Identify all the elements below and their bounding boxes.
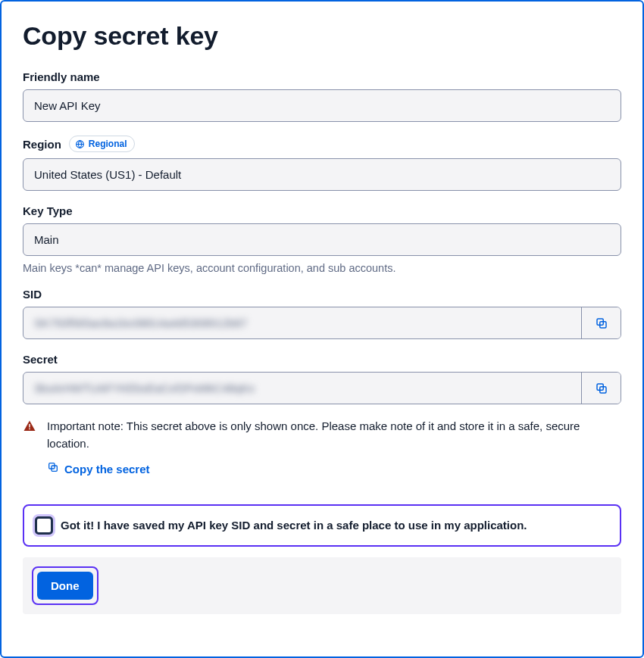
sid-value[interactable]: SK750f565ac8a1bc08814a4d5308912b87 [23, 307, 581, 338]
globe-icon [75, 139, 85, 149]
sid-label: SID [23, 288, 621, 301]
important-note-text: Important note: This secret above is onl… [47, 418, 621, 452]
region-field: Region Regional United States (US1) - De… [23, 136, 621, 191]
copy-secret-key-dialog: Copy secret key Friendly name New API Ke… [0, 0, 644, 658]
key-type-field: Key Type Main Main keys *can* manage API… [23, 204, 621, 274]
key-type-helper: Main keys *can* manage API keys, account… [23, 262, 621, 274]
key-type-label: Key Type [23, 204, 621, 217]
regional-badge: Regional [69, 136, 135, 152]
acknowledgement-label: Got it! I have saved my API key SID and … [61, 519, 527, 532]
done-button[interactable]: Done [37, 572, 93, 600]
secret-group: 3bsArHWTUAFYKEbsEaCof2PoMkC48qKx [23, 372, 621, 404]
important-note: Important note: This secret above is onl… [23, 418, 621, 479]
region-label: Region [23, 138, 61, 151]
warning-icon [23, 418, 36, 479]
acknowledgement-box[interactable]: Got it! I have saved my API key SID and … [23, 504, 621, 547]
copy-icon [47, 461, 59, 479]
region-input[interactable]: United States (US1) - Default [23, 158, 621, 191]
acknowledgement-checkbox[interactable] [35, 516, 53, 535]
done-button-focus-ring: Done [32, 566, 98, 605]
copy-icon [595, 382, 608, 395]
sid-group: SK750f565ac8a1bc08814a4d5308912b87 [23, 307, 621, 339]
copy-secret-button[interactable] [581, 373, 621, 404]
secret-field: Secret 3bsArHWTUAFYKEbsEaCof2PoMkC48qKx [23, 353, 621, 404]
secret-value[interactable]: 3bsArHWTUAFYKEbsEaCof2PoMkC48qKx [23, 373, 581, 404]
svg-rect-6 [29, 429, 30, 430]
svg-rect-5 [29, 424, 30, 428]
key-type-input[interactable]: Main [23, 223, 621, 256]
copy-icon [595, 317, 608, 330]
secret-label: Secret [23, 353, 621, 366]
friendly-name-label: Friendly name [23, 70, 621, 83]
copy-the-secret-link[interactable]: Copy the secret [47, 461, 150, 479]
copy-sid-button[interactable] [581, 307, 621, 338]
regional-badge-text: Regional [89, 139, 127, 149]
sid-field: SID SK750f565ac8a1bc08814a4d5308912b87 [23, 288, 621, 339]
friendly-name-input[interactable]: New API Key [23, 89, 621, 122]
copy-the-secret-text: Copy the secret [64, 461, 150, 479]
page-title: Copy secret key [23, 21, 621, 51]
friendly-name-field: Friendly name New API Key [23, 70, 621, 122]
dialog-footer: Done [23, 557, 621, 614]
